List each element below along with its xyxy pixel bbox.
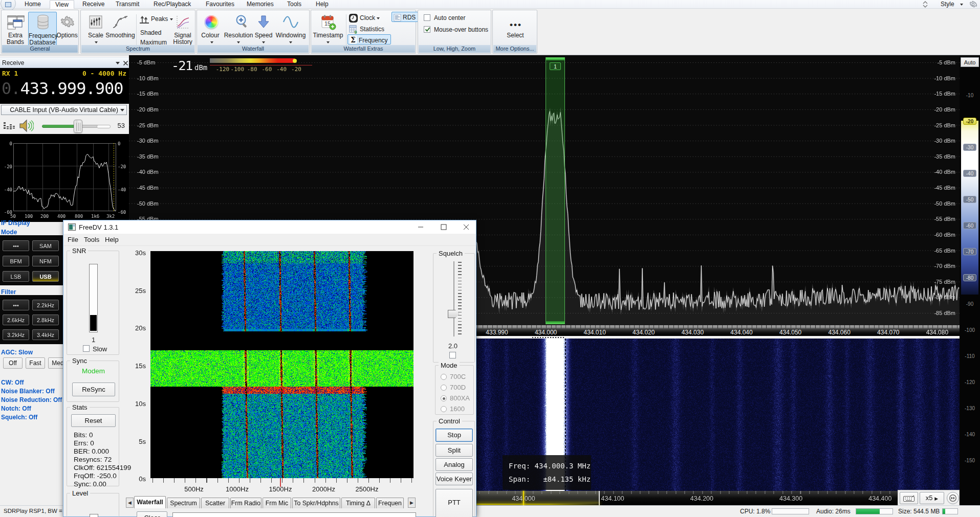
- frequency-display[interactable]: RX 1 0 - 4000 Hz 0.433.999.900: [0, 68, 129, 104]
- palette-auto-button[interactable]: Auto: [961, 57, 979, 67]
- dsp-toggle-notch[interactable]: Notch: Off: [1, 405, 31, 412]
- settings-gear-icon[interactable]: [969, 0, 977, 10]
- freedv-close-button[interactable]: [459, 220, 474, 234]
- filter-button-2.2khz[interactable]: 2.2kHz: [32, 300, 59, 310]
- freedv-title-bar[interactable]: FreeDV 1.3.1: [63, 220, 476, 234]
- mode-button-usb[interactable]: USB: [32, 271, 59, 282]
- tab-scroll-right[interactable]: ▶: [408, 498, 416, 508]
- ribbon-tab-memories[interactable]: Memories: [242, 0, 279, 9]
- agc-button-off[interactable]: Off: [3, 357, 23, 369]
- ribbon-tab-view[interactable]: View: [50, 0, 74, 9]
- squelch-slider-track[interactable]: [453, 261, 454, 336]
- mouse-over-buttons-checkbox[interactable]: [424, 26, 430, 33]
- audio-device-select[interactable]: CABLE Input (VB-Audio Virtual Cable): [1, 105, 127, 115]
- dsp-toggle-noise-reduction[interactable]: Noise Reduction: Off: [1, 396, 62, 403]
- freedv-mode-radio-800xa[interactable]: [441, 395, 447, 401]
- freedv-text-field[interactable]: [172, 512, 416, 517]
- speed-button[interactable]: Speed: [254, 12, 273, 46]
- ptt-button[interactable]: PTT: [435, 489, 473, 517]
- freedv-mode-radio-700c[interactable]: [441, 374, 447, 380]
- freedv-mode-radio-700d[interactable]: [441, 385, 447, 391]
- frequency-button[interactable]: ΣFrequency: [347, 34, 391, 44]
- agc-button-fast[interactable]: Fast: [26, 357, 45, 369]
- scale-button[interactable]: Scale: [83, 12, 108, 46]
- voice-keyer-button[interactable]: Voice Keyer: [435, 473, 473, 485]
- freedv-tab-scatter[interactable]: Scatter: [201, 498, 229, 508]
- freedv-mode-radio-1600[interactable]: [441, 406, 447, 412]
- select-button[interactable]: ••• Select: [502, 12, 529, 46]
- ribbon-tab-tools[interactable]: Tools: [282, 0, 307, 9]
- clock-button[interactable]: Clock: [349, 13, 380, 23]
- audio-spectrum-canvas[interactable]: [13, 143, 116, 211]
- mode-button-lsb[interactable]: LSB: [3, 271, 29, 282]
- statistics-button[interactable]: 9 Statistics: [349, 24, 384, 34]
- dsp-toggle-cw[interactable]: CW: Off: [1, 379, 24, 386]
- freedv-waterfall-canvas[interactable]: [150, 251, 413, 478]
- colour-button[interactable]: Colour: [198, 12, 223, 46]
- windowing-button[interactable]: Windowing: [273, 12, 309, 46]
- zoom-x5-button[interactable]: x5 ▶: [920, 492, 944, 504]
- signal-history-button[interactable]: Signal History: [170, 12, 195, 46]
- receive-panel-header[interactable]: Receive: [0, 57, 129, 68]
- fast-forward-button[interactable]: [947, 492, 959, 504]
- resync-button[interactable]: ReSync: [72, 383, 115, 396]
- freedv-tab-frm-mic[interactable]: Frm Mic: [263, 498, 291, 508]
- options-button[interactable]: Options: [56, 12, 78, 46]
- ribbon-tab-transmit[interactable]: Transmit: [111, 0, 144, 9]
- extra-bands-button[interactable]: Extra Bands: [2, 12, 29, 46]
- style-menu[interactable]: Style: [941, 1, 954, 8]
- freedv-tab-to-spkr-hdphns[interactable]: To Spkr/Hdphns: [292, 498, 340, 508]
- clear-button[interactable]: Clear: [137, 511, 167, 517]
- dsp-toggle-noise-blanker[interactable]: Noise Blanker: Off: [1, 388, 55, 395]
- speaker-icon[interactable]: [18, 119, 34, 133]
- rds-button[interactable]: RDS: [391, 12, 418, 22]
- filter-button-3.2khz[interactable]: 3.2kHz: [3, 329, 29, 340]
- volume-slider-thumb[interactable]: [74, 120, 82, 133]
- resolution-button[interactable]: Resolution: [223, 12, 254, 46]
- ribbon-collapse-icon[interactable]: [921, 1, 929, 8]
- filter-button-3.4khz[interactable]: 3.4kHz: [32, 329, 59, 340]
- tab-scroll-left[interactable]: ◀: [126, 498, 134, 508]
- squelch-slider-thumb[interactable]: [448, 310, 459, 318]
- ribbon-tab-favourites[interactable]: Favourites: [201, 0, 239, 9]
- freedv-tab-waterfall[interactable]: Waterfall: [134, 496, 166, 508]
- dsp-toggle-squelch[interactable]: Squelch: Off: [1, 414, 37, 421]
- mode-button-sam[interactable]: SAM: [32, 240, 59, 251]
- freedv-minimize-button[interactable]: [413, 220, 428, 234]
- analog-button[interactable]: Analog: [435, 458, 473, 471]
- filter-button-2.8khz[interactable]: 2.8kHz: [32, 314, 59, 325]
- style-dropdown-arrow[interactable]: [960, 4, 963, 6]
- equalizer-icon[interactable]: [4, 120, 16, 131]
- split-button[interactable]: Split: [435, 444, 473, 457]
- freedv-tab-timing-[interactable]: Timing Δ: [341, 498, 375, 508]
- freedv-menu-file[interactable]: File: [68, 236, 78, 243]
- stats-reset-button[interactable]: Reset: [71, 414, 116, 427]
- keyboard-entry-button[interactable]: [900, 492, 918, 504]
- freedv-tab-spectrum[interactable]: Spectrum: [167, 498, 200, 508]
- freedv-window[interactable]: FreeDV 1.3.1 File Tools Help SNR 1 Slow …: [63, 220, 476, 517]
- auto-center-checkbox[interactable]: [424, 14, 430, 21]
- frequency-value[interactable]: 0.433.999.900: [2, 79, 123, 98]
- smoothing-button[interactable]: Smoothing: [105, 12, 135, 46]
- freedv-tab-frequen[interactable]: Frequen: [376, 498, 404, 508]
- ribbon-tab-receive[interactable]: Receive: [77, 0, 110, 9]
- ribbon-tab-home[interactable]: Home: [19, 0, 46, 9]
- ribbon-tab-help[interactable]: Help: [311, 0, 334, 9]
- mode-button-[interactable]: •••: [3, 240, 29, 251]
- filter-button-2.6khz[interactable]: 2.6kHz: [3, 314, 29, 325]
- freedv-tab-frm-radio[interactable]: Frm Radio: [230, 498, 262, 508]
- squelch-checkbox[interactable]: [449, 352, 456, 358]
- timestamp-button[interactable]: 15 Timestamp: [312, 12, 344, 46]
- snr-slow-checkbox[interactable]: [83, 345, 90, 352]
- frequency-database-button[interactable]: Frequency Database: [28, 12, 57, 46]
- shaded-button[interactable]: Shaded: [140, 28, 161, 38]
- ribbon-tab-rec-playback[interactable]: Rec/Playback: [148, 0, 196, 9]
- freedv-maximize-button[interactable]: [436, 220, 451, 234]
- channel-badge[interactable]: 1: [550, 62, 561, 70]
- panel-menu-chevron-icon[interactable]: [116, 62, 120, 64]
- filter-button-[interactable]: •••: [3, 300, 29, 310]
- freedv-menu-tools[interactable]: Tools: [84, 236, 99, 243]
- palette-high-marker[interactable]: -20: [963, 118, 976, 125]
- mode-button-nfm[interactable]: NFM: [32, 256, 59, 266]
- stop-button[interactable]: Stop: [435, 429, 473, 442]
